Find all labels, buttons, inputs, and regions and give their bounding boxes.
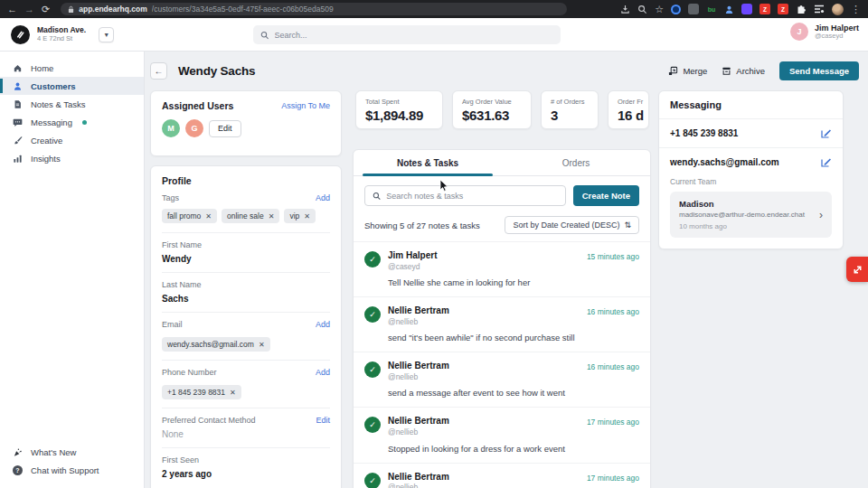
- field-email: Email Add wendy.sachs@gmail.com✕: [162, 312, 330, 360]
- stat-value: 3: [551, 108, 589, 123]
- current-user[interactable]: J Jim Halpert @caseyd: [790, 23, 859, 41]
- note-item[interactable]: ✓ Nellie Bertram @nellieb 16 minutes ago…: [354, 352, 650, 407]
- zapier-extension-icon[interactable]: Z: [778, 4, 788, 14]
- remove-phone-icon[interactable]: ✕: [230, 389, 236, 397]
- team-channel: madisonave@arthur-demo.endear.chat: [679, 211, 805, 219]
- edit-preferred-contact-link[interactable]: Edit: [316, 416, 330, 425]
- note-author: Nellie Bertram: [388, 361, 449, 372]
- note-author-handle: @nellieb: [388, 483, 449, 488]
- note-item[interactable]: ✓ Nellie Bertram @nellieb 17 minutes ago…: [354, 463, 650, 488]
- tags-label: Tags: [162, 193, 179, 202]
- store-switcher[interactable]: Madison Ave. 4 E 72nd St: [37, 26, 86, 42]
- sidebar-item-customers[interactable]: Customers: [0, 77, 144, 95]
- note-check-icon[interactable]: ✓: [364, 361, 381, 378]
- assigned-avatar-m[interactable]: M: [162, 119, 180, 137]
- notes-search[interactable]: [364, 185, 566, 206]
- compose-email-icon[interactable]: [820, 156, 832, 168]
- showing-count-text: Showing 5 of 27 notes & tasks: [364, 221, 480, 230]
- remove-email-icon[interactable]: ✕: [259, 341, 265, 349]
- note-check-icon[interactable]: ✓: [364, 306, 381, 323]
- remove-tag-icon[interactable]: ✕: [269, 212, 275, 221]
- note-check-icon[interactable]: ✓: [364, 251, 381, 267]
- notes-icon: [13, 99, 23, 109]
- compose-message-icon[interactable]: [820, 127, 832, 139]
- sidebar-item-insights[interactable]: Insights: [0, 149, 144, 167]
- stat-label: Total Spent: [365, 98, 433, 106]
- onepassword-extension-icon[interactable]: [671, 5, 681, 14]
- store-dropdown-button[interactable]: ▼: [99, 27, 114, 42]
- browser-menu-kebab-icon[interactable]: ⋮: [851, 0, 861, 18]
- sort-dropdown[interactable]: Sort by Date Created (DESC) ⇅: [505, 216, 639, 234]
- bookmark-star-icon[interactable]: ☆: [655, 0, 664, 18]
- note-item[interactable]: ✓ Nellie Bertram @nellieb 16 minutes ago…: [354, 296, 650, 352]
- chevron-down-icon: ▼: [103, 32, 109, 38]
- stat-value: 16 d: [618, 108, 639, 123]
- zendesk-extension-icon[interactable]: Z: [760, 4, 770, 14]
- url-bar[interactable]: app.endearhq.com/customers/3a34e5a5-0edf…: [61, 3, 567, 15]
- note-timestamp: 16 minutes ago: [587, 305, 639, 316]
- expand-diagonal-icon: [852, 264, 863, 276]
- merge-button[interactable]: Merge: [668, 66, 707, 76]
- browser-reload-icon[interactable]: ⟳: [42, 0, 50, 18]
- phone-chip[interactable]: +1 845 239 8831✕: [162, 385, 241, 399]
- endear-logo[interactable]: [11, 25, 30, 44]
- back-button[interactable]: ←: [150, 62, 167, 80]
- tag-chip[interactable]: fall promo✕: [162, 209, 217, 223]
- extensions-puzzle-icon[interactable]: [796, 4, 807, 14]
- remove-tag-icon[interactable]: ✕: [304, 212, 310, 221]
- create-note-button[interactable]: Create Note: [573, 185, 639, 206]
- browser-profile-avatar[interactable]: [832, 4, 844, 15]
- purple-extension-icon[interactable]: [741, 4, 752, 14]
- assigned-avatar-g[interactable]: G: [185, 119, 203, 137]
- store-address: 4 E 72nd St: [37, 35, 86, 43]
- current-team-item[interactable]: Madison madisonave@arthur-demo.endear.ch…: [670, 192, 832, 238]
- bu-extension-icon[interactable]: bu: [706, 4, 717, 14]
- field-label: First Seen: [162, 455, 330, 465]
- tag-chip[interactable]: online sale✕: [222, 209, 279, 223]
- sidebar-item-creative[interactable]: Creative: [0, 131, 144, 149]
- tag-chip[interactable]: vip✕: [284, 209, 316, 223]
- note-item[interactable]: ✓ Jim Halpert @caseyd 15 minutes ago Tel…: [354, 241, 650, 296]
- stats-row: Total Spent $1,894.89 Avg Order Value $6…: [355, 90, 649, 129]
- add-tag-link[interactable]: Add: [316, 193, 330, 202]
- edit-assigned-button[interactable]: Edit: [209, 120, 241, 137]
- sidebar-item-notes-tasks[interactable]: Notes & Tasks: [0, 95, 144, 113]
- remove-tag-icon[interactable]: ✕: [205, 212, 212, 221]
- tab-orders[interactable]: Orders: [502, 150, 650, 175]
- global-search-input[interactable]: [275, 31, 553, 40]
- download-icon[interactable]: [620, 5, 630, 14]
- email-chip[interactable]: wendy.sachs@gmail.com✕: [162, 337, 270, 352]
- sidebar-item-whats-new[interactable]: What's New: [0, 443, 144, 461]
- archive-button[interactable]: Archive: [722, 66, 765, 76]
- tab-notes-tasks[interactable]: Notes & Tasks: [354, 150, 502, 175]
- phone-text: +1 845 239 8831: [167, 388, 225, 397]
- send-message-button[interactable]: Send Message: [779, 61, 859, 80]
- note-text: send a message after event to see how it…: [388, 388, 639, 398]
- sidebar-item-home[interactable]: Home: [0, 59, 144, 77]
- gray-extension-icon[interactable]: [688, 4, 699, 14]
- field-phone: Phone Number Add +1 845 239 8831✕: [162, 360, 330, 408]
- assign-to-me-link[interactable]: Assign To Me: [281, 101, 330, 110]
- field-label: Preferred Contact Method: [162, 416, 256, 425]
- person-extension-icon[interactable]: [724, 5, 734, 14]
- note-check-icon[interactable]: ✓: [364, 473, 381, 488]
- browser-back-icon[interactable]: ←: [7, 0, 17, 18]
- add-email-link[interactable]: Add: [316, 320, 330, 329]
- sidebar-item-chat-support[interactable]: ? Chat with Support: [0, 461, 144, 479]
- notes-search-input[interactable]: [386, 192, 557, 201]
- global-search[interactable]: [253, 25, 561, 44]
- note-item[interactable]: ✓ Nellie Bertram @nellieb 17 minutes ago…: [354, 407, 650, 462]
- sidebar-item-label: Chat with Support: [31, 465, 99, 475]
- add-phone-link[interactable]: Add: [316, 368, 330, 377]
- sidebar-item-messaging[interactable]: Messaging: [0, 113, 144, 131]
- reading-list-icon[interactable]: [814, 5, 825, 14]
- messaging-email: wendy.sachs@gmail.com: [670, 157, 779, 167]
- customers-icon: [13, 81, 23, 91]
- field-first-seen: First Seen 2 years ago: [162, 447, 330, 487]
- browser-forward-icon[interactable]: →: [24, 0, 34, 18]
- note-check-icon[interactable]: ✓: [364, 417, 381, 433]
- search-zoom-icon[interactable]: [637, 5, 647, 14]
- messaging-email-row: wendy.sachs@gmail.com: [659, 148, 843, 176]
- messaging-unread-dot: [82, 120, 87, 125]
- zendesk-widget-button[interactable]: [846, 257, 868, 282]
